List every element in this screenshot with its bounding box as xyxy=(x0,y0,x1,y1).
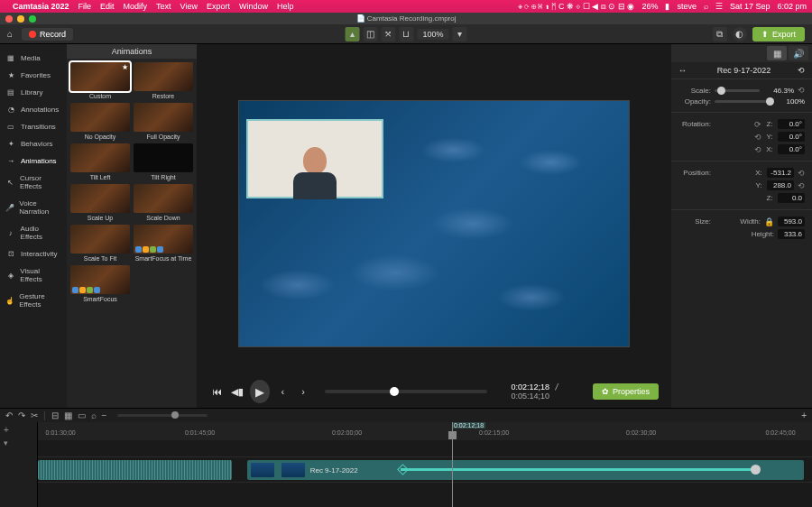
redo-icon[interactable]: ↷ xyxy=(18,410,25,420)
user-name[interactable]: steve xyxy=(677,2,697,11)
menu-text[interactable]: Text xyxy=(156,2,171,11)
lock-icon[interactable]: 🔒 xyxy=(764,217,774,226)
pos-x-value[interactable]: -531.2 xyxy=(767,168,794,178)
animation-preset[interactable]: SmartFocus at Time xyxy=(134,225,193,262)
prev-marker-button[interactable]: ‹ xyxy=(275,383,291,401)
nav-transitions[interactable]: ▭Transitions xyxy=(0,118,67,135)
timeline-zoom-slider[interactable] xyxy=(117,414,208,417)
menubar-time[interactable]: 6:02 pm xyxy=(777,2,807,11)
timeline-ruler[interactable]: 0:02:12;18 0:01:30;00 0:01:45;00 0:02:00… xyxy=(38,422,812,440)
undo-icon[interactable]: ↶ xyxy=(5,410,13,420)
tracks-icon[interactable]: ▦ xyxy=(64,410,72,420)
markers-icon[interactable]: ▭ xyxy=(78,410,86,420)
rotate-x-icon[interactable]: ⟲ xyxy=(754,145,761,154)
pos-y-value[interactable]: 288.0 xyxy=(767,180,794,190)
nav-annotations[interactable]: ◔Annotations xyxy=(0,101,67,118)
zoom-level[interactable]: 100% xyxy=(417,29,448,40)
play-button[interactable]: ▶ xyxy=(250,380,270,403)
menu-file[interactable]: File xyxy=(78,2,92,11)
split-icon[interactable]: ⊟ xyxy=(51,410,59,420)
preview-canvas[interactable] xyxy=(239,101,629,346)
nav-visual-effects[interactable]: ◈Visual Effects xyxy=(0,263,67,288)
crop-tool-icon[interactable]: ◫ xyxy=(363,27,377,41)
audio-tab-icon[interactable]: 🔊 xyxy=(789,46,808,60)
opacity-slider[interactable] xyxy=(715,100,770,103)
menu-edit[interactable]: Edit xyxy=(100,2,115,11)
menu-help[interactable]: Help xyxy=(277,2,294,11)
nav-audio-effects[interactable]: ♪Audio Effects xyxy=(0,220,67,245)
opacity-value[interactable]: 100% xyxy=(774,97,805,106)
menu-export[interactable]: Export xyxy=(207,2,230,11)
prev-frame-button[interactable]: ⏮ xyxy=(209,383,225,401)
record-button[interactable]: Record xyxy=(22,28,73,41)
video-clip[interactable]: Rec 9-17-2022 xyxy=(247,460,805,480)
nav-favorites[interactable]: ★Favorites xyxy=(0,67,67,84)
animation-preset[interactable]: Scale Up xyxy=(70,184,130,221)
animation-preset[interactable]: Scale To Fit xyxy=(70,225,130,262)
track-1[interactable]: Track 1 xyxy=(38,482,812,507)
animation-preset[interactable]: Full Opacity xyxy=(134,103,193,140)
collapse-tracks-icon[interactable]: ▾ xyxy=(0,438,37,448)
rot-x-value[interactable]: 0.0° xyxy=(778,144,805,154)
scale-slider[interactable] xyxy=(715,89,760,92)
search-icon[interactable]: ⌕ xyxy=(704,2,708,11)
cut-icon[interactable]: ✂ xyxy=(31,410,38,420)
zoom-out-icon[interactable]: − xyxy=(102,410,107,420)
height-value[interactable]: 333.6 xyxy=(778,229,805,239)
collapse-icon[interactable]: ↔ xyxy=(678,66,687,75)
animation-preset[interactable]: Restore xyxy=(134,62,193,99)
rotate-z-icon[interactable]: ⟳ xyxy=(754,120,761,129)
playhead[interactable] xyxy=(452,422,453,507)
menubar-date[interactable]: Sat 17 Sep xyxy=(730,2,770,11)
menu-view[interactable]: View xyxy=(180,2,198,11)
zoom-dropdown-icon[interactable]: ▾ xyxy=(453,27,467,41)
export-button[interactable]: ⬆ Export xyxy=(752,27,805,41)
animation-bar[interactable] xyxy=(401,468,758,471)
pos-z-value[interactable]: 0.0 xyxy=(778,193,805,203)
pan-tool-icon[interactable]: ⤧ xyxy=(381,27,395,41)
visual-tab-icon[interactable]: ▦ xyxy=(767,46,787,60)
track-2[interactable]: Track 2 Rec 9-17-2022 xyxy=(38,456,812,482)
animation-preset[interactable]: ★Custom xyxy=(70,62,130,99)
user-icon[interactable]: ◐ xyxy=(733,27,747,41)
pip-video[interactable] xyxy=(248,121,382,197)
animation-preset[interactable]: Scale Down xyxy=(134,184,193,221)
pos-reset-icon[interactable]: ⟲ xyxy=(798,169,805,178)
audio-clip[interactable] xyxy=(38,460,232,480)
nav-cursor-effects[interactable]: ↖Cursor Effects xyxy=(0,170,67,195)
minimize-icon[interactable] xyxy=(17,15,24,23)
fullscreen-icon[interactable] xyxy=(29,15,36,23)
magnet-tool-icon[interactable]: ⊔ xyxy=(399,27,413,41)
zoom-in-icon[interactable]: + xyxy=(801,410,807,420)
nav-interactivity[interactable]: ⊡Interactivity xyxy=(0,245,67,263)
add-track-icon[interactable]: + xyxy=(0,422,37,438)
rotate-y-icon[interactable]: ⟲ xyxy=(754,133,761,142)
menu-window[interactable]: Window xyxy=(239,2,268,11)
home-icon[interactable]: ⌂ xyxy=(7,29,13,39)
nav-voice-narration[interactable]: 🎤Voice Narration xyxy=(0,195,67,220)
nav-media[interactable]: ▦Media xyxy=(0,50,67,67)
properties-button[interactable]: ✿ Properties xyxy=(593,383,659,400)
next-marker-button[interactable]: › xyxy=(296,383,311,401)
app-name[interactable]: Camtasia 2022 xyxy=(13,2,69,11)
rot-z-value[interactable]: 0.0° xyxy=(778,119,805,129)
nav-library[interactable]: ▤Library xyxy=(0,84,67,101)
close-icon[interactable] xyxy=(5,15,13,23)
animation-preset[interactable]: Tilt Right xyxy=(134,143,193,180)
animation-preset[interactable]: SmartFocus xyxy=(70,265,130,302)
animation-preset[interactable]: No Opacity xyxy=(70,103,130,140)
animation-end-keyframe[interactable] xyxy=(751,465,761,475)
step-back-button[interactable]: ◀▮ xyxy=(230,383,245,401)
traffic-lights[interactable] xyxy=(5,15,36,23)
nav-gesture-effects[interactable]: ☝Gesture Effects xyxy=(0,288,67,313)
zoom-icon[interactable]: ⌕ xyxy=(91,410,97,420)
menu-modify[interactable]: Modify xyxy=(124,2,148,11)
nav-animations[interactable]: →Animations xyxy=(0,152,67,170)
animation-preset[interactable]: Tilt Left xyxy=(70,143,130,180)
scale-value[interactable]: 46.3% xyxy=(763,87,794,95)
width-value[interactable]: 593.0 xyxy=(778,217,805,226)
scale-reset-icon[interactable]: ⟲ xyxy=(798,86,805,95)
preview-scrubber[interactable] xyxy=(325,390,487,393)
rot-y-value[interactable]: 0.0° xyxy=(778,132,805,142)
refresh-icon[interactable]: ⟲ xyxy=(798,66,805,75)
